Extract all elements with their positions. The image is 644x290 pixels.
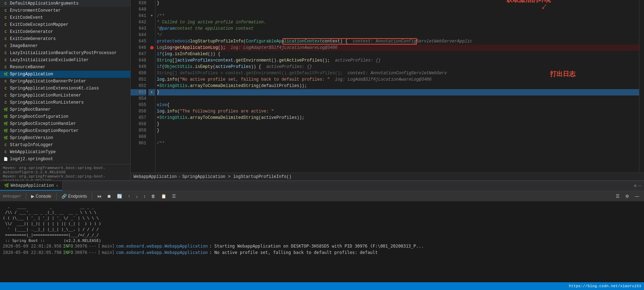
sidebar-item-springapplicationrunlisteners[interactable]: C SpringApplicationRunListeners: [0, 99, 130, 106]
class-icon: C: [3, 15, 8, 21]
breadcrumb-method: SpringApplication > logStartupProfileInf…: [182, 174, 292, 179]
sidebar-item-springbootbanner[interactable]: 🌿 SpringBootBanner: [0, 106, 130, 113]
class-icon: C: [3, 142, 8, 148]
toolbar-btn-5[interactable]: ↓: [134, 193, 140, 199]
right-scrollbar[interactable]: [639, 0, 644, 173]
class-icon: C: [3, 29, 8, 35]
spring-icon: 🌿: [3, 71, 8, 77]
breadcrumb-bar: WebappApplication › SpringApplication > …: [131, 173, 644, 180]
class-icon: C: [3, 1, 8, 6]
code-line-644: */: [157, 32, 639, 38]
toolbar-btn-2[interactable]: ⏹: [105, 193, 113, 199]
code-container: 639 640 641 642 643 644 645 646 647 648 …: [131, 0, 644, 173]
log-line-1: 2020-05-09 22:01:28.956 INFO 30976 --- […: [3, 244, 641, 250]
sidebar-item-resourcebanner[interactable]: C ResourceBanner: [0, 64, 130, 71]
code-line-656: log.info("The following profiles are act…: [157, 108, 639, 115]
gutter: ▼ ➤: [148, 0, 155, 173]
toolbar-right-btn-1[interactable]: ☰: [614, 193, 622, 199]
sidebar-item-exitcodegenerators[interactable]: C ExitCodeGenerators: [0, 35, 130, 42]
tab-webappapplication[interactable]: 🌿 WebappApplication ✕: [0, 181, 63, 191]
toolbar-btn-6[interactable]: ↕: [141, 193, 148, 199]
toolbar-btn-8[interactable]: 📋: [159, 193, 169, 199]
sidebar-item-exitcodeexceptionmapper[interactable]: C ExitCodeExceptionMapper: [0, 21, 130, 28]
sidebar-item-lazyexclude[interactable]: C LazyInitializationExcludeFilter: [0, 57, 130, 64]
sidebar-item-webapplicationtype[interactable]: C WebApplicationType: [0, 149, 130, 156]
debug-toolbar: Debugger ▶ Console 🔗 Endpoints ⏮ ⏹ 🔄 ↑ ↓…: [0, 191, 644, 201]
code-line-661: /**: [157, 140, 639, 146]
fold-arrow: ▼: [151, 14, 153, 18]
minimize-icon[interactable]: —: [639, 184, 641, 188]
sidebar: C DefaultApplicationArguments C Environm…: [0, 0, 131, 180]
sidebar-item-defaultapplicationarguments[interactable]: C DefaultApplicationArguments: [0, 0, 130, 7]
endpoints-tab-btn[interactable]: 🔗 Endpoints: [59, 193, 89, 199]
class-icon: C: [3, 100, 8, 105]
sidebar-item-springbootexceptionreporter[interactable]: 🌿 SpringBootExceptionReporter: [0, 127, 130, 134]
spring-icon: 🌿: [3, 135, 8, 141]
toolbar-btn-9[interactable]: ☰: [170, 193, 178, 199]
code-line-648: String[] activeProfiles = context.getEnv…: [157, 57, 639, 64]
breadcrumb-class: WebappApplication: [134, 174, 177, 179]
toolbar-btn-7[interactable]: 🗑: [149, 193, 158, 199]
maven-info-1: Maven: org.springframework.boot:spring-b…: [0, 164, 130, 180]
sidebar-item-springbootexceptionhandler[interactable]: 🌿 SpringBootExceptionHandler: [0, 120, 130, 127]
debugger-label: Debugger: [3, 194, 22, 198]
code-line-641: /**: [157, 13, 639, 19]
bottom-section: 🌿 WebappApplication ✕ ⚙ — Debugger ▶ Con…: [0, 180, 644, 290]
toolbar-right-btn-2[interactable]: ⚙: [623, 193, 631, 199]
sidebar-item-environmentconverter[interactable]: C EnvironmentConverter: [0, 7, 130, 14]
status-bar: https://blog.csdn.net/xiaorui53: [0, 282, 644, 290]
breakpoint-dot: [150, 46, 154, 50]
tab-icon: 🌿: [4, 183, 9, 188]
class-icon: C: [3, 22, 8, 28]
class-icon: C: [3, 8, 8, 13]
toolbar-separator-2: [56, 193, 57, 200]
class-icon: C: [3, 50, 8, 56]
code-line-653: }: [157, 89, 639, 95]
code-line-655: else {: [157, 102, 639, 108]
console-icon: ▶: [31, 194, 34, 199]
tab-actions: ⚙ —: [634, 183, 644, 188]
current-line-arrow: ➤: [150, 90, 153, 94]
console-tab-btn[interactable]: ▶ Console: [29, 193, 53, 199]
class-icon: C: [3, 79, 8, 84]
csdn-url: https://blog.csdn.net/xiaorui53: [569, 284, 641, 288]
class-icon: C: [3, 57, 8, 63]
code-line-651: log.info("No active profile set, falling…: [157, 76, 639, 83]
console-area: . ____ _ __ _ _ /\\ / ___'_ __ _ _(_)_ _…: [0, 201, 644, 282]
code-line-650: String[] defaultProfiles = context.getEn…: [157, 70, 639, 76]
sidebar-item-springapplicationrunlistener[interactable]: C SpringApplicationRunListener: [0, 92, 130, 99]
spring-icon: 🌿: [3, 107, 8, 112]
spring-icon: 🌿: [3, 121, 8, 127]
sidebar-item-springapplicationbannerprinter[interactable]: C SpringApplicationBannerPrinter: [0, 78, 130, 85]
sidebar-item-springbootconfiguration[interactable]: 🌿 SpringBootConfiguration: [0, 113, 130, 120]
sidebar-item-lazyinit[interactable]: C LazyInitializationBeanFactoryPostProce…: [0, 50, 130, 57]
code-line-660: [157, 134, 639, 140]
code-line-639: }: [157, 0, 639, 6]
sidebar-item-log4j2[interactable]: 📄 log4j2.springboot: [0, 156, 130, 163]
code-line-652: + StringUtils.arrayToCommaDelimitedStrin…: [157, 83, 639, 89]
sidebar-item-exitcodegenerator[interactable]: C ExitCodeGenerator: [0, 28, 130, 35]
toolbar-btn-1[interactable]: ⏮: [95, 193, 104, 199]
sidebar-item-springapplication[interactable]: 🌿 SpringApplication: [0, 71, 130, 78]
toolbar-btn-4[interactable]: ↑: [126, 193, 132, 199]
code-line-654: [157, 95, 639, 102]
spring-icon: 🌿: [3, 114, 8, 120]
sidebar-item-springbootversion[interactable]: 🌿 SpringBootVersion: [0, 134, 130, 141]
sidebar-item-imagebanner[interactable]: C ImageBanner: [0, 42, 130, 50]
sidebar-item-springapplicationextensionskt[interactable]: C SpringApplicationExtensionsKt.class: [0, 85, 130, 92]
code-line-649: if (ObjectUtils.isEmpty(activeProfiles))…: [157, 64, 639, 70]
toolbar-right-btn-3[interactable]: —: [633, 193, 641, 199]
tab-close-button[interactable]: ✕: [56, 184, 58, 188]
file-icon: 📄: [3, 156, 8, 162]
code-line-645: protected void logStartupProfileInfo(Con…: [157, 38, 639, 45]
class-icon: C: [3, 36, 8, 42]
sidebar-item-startupinfologger[interactable]: C StartupInfoLogger: [0, 141, 130, 149]
settings-icon[interactable]: ⚙: [634, 183, 637, 188]
code-lines: } /** * Called to log active profile inf…: [155, 0, 639, 173]
endpoints-icon: 🔗: [61, 194, 67, 199]
bottom-tabs: 🌿 WebappApplication ✕ ⚙ —: [0, 181, 644, 191]
sidebar-item-exitcodeevent[interactable]: C ExitCodeEvent: [0, 14, 130, 21]
toolbar-btn-3[interactable]: 🔄: [115, 193, 124, 199]
class-icon: C: [3, 64, 8, 70]
code-line-640: [157, 6, 639, 13]
